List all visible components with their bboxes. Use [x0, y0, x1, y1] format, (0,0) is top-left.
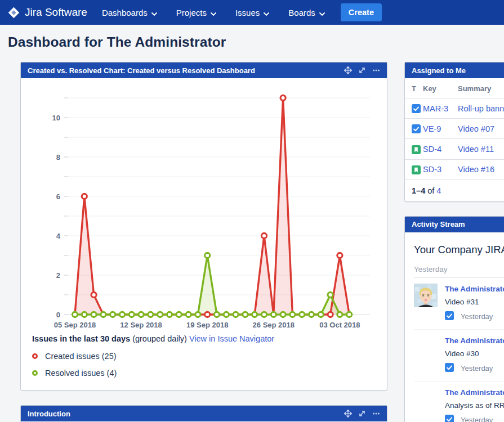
- move-icon[interactable]: [344, 66, 352, 74]
- legend-ring-icon: [32, 353, 38, 359]
- x-axis-label: 03 Oct 2018: [319, 321, 360, 329]
- chart-body: 024681005 Sep 201812 Sep 201819 Sep 2018…: [21, 78, 387, 390]
- issue-summary-link[interactable]: Video #07: [458, 124, 494, 133]
- created-marker: [337, 253, 342, 258]
- view-in-issue-navigator-link[interactable]: View in Issue Navigator: [189, 334, 274, 343]
- intro-panel-header: Introduction: [21, 406, 387, 421]
- pagination-of: of: [427, 186, 434, 195]
- activity-subject: Analysis as of RRT: [445, 401, 504, 410]
- nav-item-boards[interactable]: Boards: [288, 8, 325, 17]
- story-icon: [412, 145, 421, 154]
- activity-time: Yesterday: [461, 364, 493, 372]
- pagination-range: 1–4: [412, 186, 425, 195]
- issue-key-link[interactable]: VE-9: [423, 124, 441, 133]
- chart-panel-title: Created vs. Resolved Chart: Created vers…: [28, 66, 255, 75]
- resolved-marker: [158, 312, 163, 317]
- jira-diamond-icon: [8, 7, 20, 19]
- nav-item-issues[interactable]: Issues: [235, 8, 269, 17]
- caption-normal: (grouped daily): [132, 334, 187, 343]
- pagination-total-link[interactable]: 4: [436, 186, 441, 195]
- resolved-marker: [318, 312, 323, 317]
- y-axis-label: 10: [52, 114, 60, 122]
- introduction-panel: Introduction: [20, 405, 387, 422]
- activity-entry-main: The AdministratorVideo #30YesterdayComme…: [445, 335, 504, 374]
- user-link[interactable]: The Administrator: [445, 336, 504, 345]
- activity-entry: The AdministratorAnalysis as of RRTYeste…: [414, 381, 504, 422]
- issue-summary-link[interactable]: Roll-up banner: [458, 104, 504, 113]
- created-marker: [91, 292, 96, 297]
- activity-stream-body: Your Company JIRA YesterdayThe Administr…: [405, 232, 504, 422]
- issue-type-cell: [405, 119, 423, 139]
- issue-type-cell: [405, 139, 423, 159]
- created-marker: [280, 95, 286, 100]
- activity-time: Yesterday: [461, 416, 493, 422]
- resolved-marker: [110, 312, 115, 317]
- issue-key-link[interactable]: MAR-3: [423, 104, 448, 113]
- nav-item-label: Issues: [235, 8, 260, 17]
- issue-summary-link[interactable]: Video #11: [458, 145, 494, 154]
- legend-label: Resolved issues (4): [45, 369, 117, 378]
- table-row: SD-4Video #11: [405, 139, 504, 159]
- brand-text: Jira Software: [25, 6, 87, 19]
- nav-item-projects[interactable]: Projects: [176, 8, 216, 17]
- activity-meta: YesterdayComment: [445, 415, 504, 422]
- assigned-column-header: T: [405, 78, 423, 98]
- top-nav: Jira Software DashboardsProjectsIssuesBo…: [0, 0, 504, 25]
- gadget-controls: [344, 66, 380, 74]
- created-marker: [328, 312, 333, 317]
- nav-item-label: Dashboards: [102, 8, 148, 17]
- resolved-marker: [195, 312, 200, 317]
- issue-key-link[interactable]: SD-3: [423, 165, 441, 174]
- user-link[interactable]: The Administrator: [445, 388, 504, 397]
- x-axis-label: 05 Sep 2018: [54, 321, 96, 329]
- resolved-marker: [347, 312, 352, 317]
- x-axis-label: 12 Sep 2018: [120, 321, 162, 329]
- resolved-marker: [271, 312, 276, 317]
- more-icon[interactable]: [372, 66, 380, 74]
- avatar: [414, 284, 438, 307]
- issue-summary-cell: Video #16: [458, 159, 504, 179]
- resolved-marker: [82, 312, 87, 317]
- resolved-marker: [148, 312, 153, 317]
- assigned-panel-title: Assigned to Me: [412, 66, 466, 75]
- expand-icon[interactable]: [358, 410, 366, 417]
- resolved-marker: [214, 312, 219, 317]
- issue-type-cell: [405, 98, 423, 119]
- nav-menu: DashboardsProjectsIssuesBoards: [102, 8, 325, 17]
- activity-meta: YesterdayComment: [445, 311, 504, 322]
- legend-item: Resolved issues (4): [32, 369, 376, 378]
- resolved-marker: [139, 312, 144, 317]
- expand-icon[interactable]: [358, 66, 366, 74]
- task-icon: [445, 415, 454, 422]
- user-link[interactable]: The Administrator: [445, 285, 504, 293]
- task-icon: [445, 311, 454, 322]
- y-axis-label: 4: [56, 232, 61, 240]
- y-axis-label: 8: [56, 153, 60, 161]
- resolved-marker: [309, 312, 314, 317]
- issue-summary-link[interactable]: Video #16: [458, 165, 494, 174]
- resolved-marker: [337, 312, 342, 317]
- issue-key-link[interactable]: SD-4: [423, 145, 441, 154]
- resolved-marker: [243, 312, 248, 317]
- y-axis-label: 2: [56, 271, 60, 280]
- x-axis-label: 19 Sep 2018: [186, 321, 228, 329]
- create-button[interactable]: Create: [341, 3, 382, 21]
- page-title: Dashboard for The Administrator: [8, 34, 504, 50]
- legend-label: Created issues (25): [45, 352, 117, 361]
- chevron-down-icon: [211, 8, 216, 17]
- chevron-down-icon: [319, 8, 325, 17]
- activity-subject: Video #30: [445, 349, 504, 358]
- assigned-to-me-panel: Assigned to Me TKeySummary MAR-3Roll-up …: [404, 62, 504, 202]
- resolved-marker: [290, 312, 295, 317]
- nav-item-dashboards[interactable]: Dashboards: [102, 8, 157, 17]
- jira-logo[interactable]: Jira Software: [8, 6, 87, 19]
- chart-legend: Created issues (25)Resolved issues (4): [21, 343, 387, 390]
- move-icon[interactable]: [344, 410, 352, 417]
- table-row: SD-3Video #16: [405, 159, 504, 179]
- created-marker: [261, 233, 266, 238]
- issue-key-cell: VE-9: [423, 119, 458, 139]
- assigned-panel-header: Assigned to Me: [405, 62, 504, 78]
- resolved-marker: [167, 312, 172, 317]
- activity-day-label: Yesterday: [414, 258, 504, 278]
- more-icon[interactable]: [372, 410, 380, 417]
